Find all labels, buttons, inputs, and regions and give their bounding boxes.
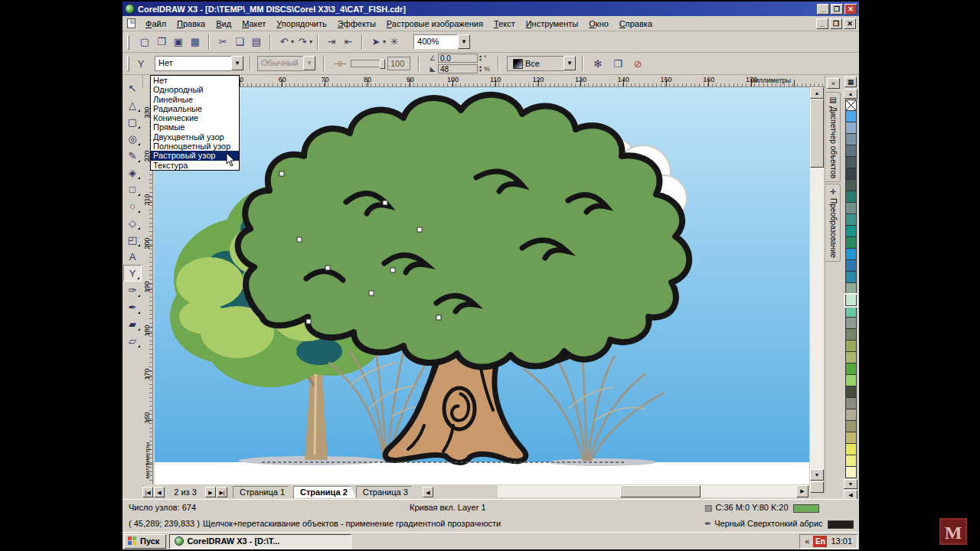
apply-to-arrow-icon[interactable]: ▼ [564,56,576,70]
transparency-midpoint-slider[interactable] [351,60,384,67]
palette-color-#5f7480[interactable] [845,145,857,157]
palette-color-#98d36a[interactable] [845,375,857,386]
apply-to-value[interactable]: Все [525,59,540,68]
propbar-grip[interactable] [127,56,129,71]
paste-button[interactable]: ▤ [248,34,265,51]
palette-color-#66c7a3[interactable] [845,306,857,318]
zoom-level-value[interactable]: 400% [413,34,458,49]
first-page-icon[interactable]: |◀ [142,487,153,497]
palette-color-#49493b[interactable] [845,386,857,398]
horizontal-scroll-thumb[interactable] [620,485,701,497]
transparency-tool[interactable]: Y [123,265,142,282]
menu-инструменты[interactable]: Инструменты [521,17,584,31]
outline-tool[interactable]: ✒ [123,298,142,315]
freeze-transparency-button[interactable]: ✻ [590,55,606,72]
menu-растровые изображения[interactable]: Растровые изображения [381,17,488,31]
menu-текст[interactable]: Текст [488,17,521,31]
redo-button[interactable]: ↷ [294,34,311,51]
angle-field[interactable] [438,54,478,63]
vertical-scroll-thumb[interactable] [810,99,824,168]
palette-color-#2a89a8[interactable] [845,272,857,283]
menu-вид[interactable]: Вид [211,17,237,31]
undo-button[interactable]: ↶ [276,34,292,51]
toolbar-grip[interactable] [127,34,129,50]
palette-color-#efef83[interactable] [845,455,857,467]
docker-collapse-button[interactable]: « [827,78,840,89]
palette-color-#99a95c[interactable] [845,341,857,352]
edge-field[interactable] [438,64,478,73]
smart-fill-tool[interactable]: ◈ [123,164,142,181]
scroll-right-icon[interactable]: ▶ [796,485,808,497]
zoom-level-combo[interactable]: 400% ▼ [413,34,470,49]
menu-правка[interactable]: Правка [172,17,211,31]
print-button[interactable]: ▦ [187,34,204,51]
palette-color-#99996b[interactable] [845,421,857,432]
eyedropper-tool[interactable]: ✑ [123,282,142,298]
palette-color-#7b93a6[interactable] [845,134,857,145]
palette-color-#8c9c8c[interactable] [845,318,857,329]
dropdown-option-2[interactable]: Однородный [151,85,239,94]
tab-scroll-left-icon[interactable]: ◀ [423,487,433,497]
palette-color-#2a7aaf[interactable] [845,260,857,272]
scroll-down-icon[interactable]: ▼ [810,469,824,481]
shape-tool[interactable]: △ [123,96,142,113]
vertical-scrollbar[interactable]: ▲ ▼ [810,87,824,493]
drawing-canvas[interactable] [155,87,809,484]
redo-flyout-arrow-icon[interactable]: ▾ [309,38,312,45]
zoom-tool[interactable]: ◎ [123,130,142,147]
menu-эффекты[interactable]: Эффекты [332,17,381,31]
corel-online-button[interactable]: ✳ [386,34,403,51]
scroll-up-icon[interactable]: ▲ [810,87,824,99]
dropdown-option-7[interactable]: Двухцветный узор [151,132,239,142]
menu-окно[interactable]: Окно [583,17,614,31]
palette-color-#c5e7cf[interactable] [845,295,857,306]
language-indicator[interactable]: En [813,536,827,547]
crop-tool[interactable]: ▢ [123,113,142,130]
restore-button[interactable]: ❐ [831,4,843,15]
transparency-type-combo[interactable]: Нет ▼ [155,56,243,71]
angle-spinners[interactable]: ▲▼ [479,54,482,62]
horizontal-scrollbar[interactable] [498,485,796,497]
polygon-tool[interactable]: ◇ [123,214,142,231]
menu-макет[interactable]: Макет [237,17,271,31]
tray-clock[interactable]: 13:01 [831,536,852,546]
pick-tool[interactable]: ↖ [123,80,142,96]
palette-scroll-up-icon[interactable]: ▲ [844,89,858,99]
palette-color-#76886b[interactable] [845,329,857,341]
zoom-dropdown-arrow-icon[interactable]: ▼ [458,34,470,49]
new-button[interactable]: ▢ [136,34,153,51]
app-launcher-button[interactable]: ➤ [368,34,384,51]
page-tab-2[interactable]: Страница 2 [293,486,356,498]
palette-color-#8fac97[interactable] [845,283,857,295]
dropdown-option-1[interactable]: Нет [151,76,239,85]
horizontal-ruler[interactable]: 5060708090100110120130140150160170 милли… [153,75,825,87]
curve-tool[interactable]: ✎ [123,147,142,164]
midpoint-slider-thumb[interactable] [380,59,385,69]
palette-options-icon[interactable]: ▦ [844,77,857,87]
transparency-type-arrow-icon[interactable]: ▼ [231,56,243,70]
rectangle-tool[interactable]: □ [123,181,142,197]
dropdown-option-4[interactable]: Радиальные [151,104,239,113]
palette-color-#58aa3c[interactable] [845,364,857,375]
dropdown-option-3[interactable]: Линейные [151,95,239,104]
copy-transparency-button[interactable]: ❒ [609,55,626,72]
palette-color-#f7f7c2[interactable] [845,467,857,478]
open-button[interactable]: ❐ [153,34,170,51]
palette-color-#39444a[interactable] [845,168,857,180]
fill-tool[interactable]: ▰ [123,315,142,332]
palette-color-#b1ab97[interactable] [845,409,857,421]
palette-color-#8fb0cc[interactable] [845,122,857,134]
palette-color-#2a8a66[interactable] [845,237,857,249]
menu-упорядочить[interactable]: Упорядочить [271,17,332,31]
document-navigator-button[interactable] [810,481,824,493]
save-button[interactable]: ▣ [170,34,187,51]
dropdown-option-6[interactable]: Прямые [151,122,239,132]
export-button[interactable]: ⇤ [340,34,357,51]
mdi-minimize-button[interactable]: _ [816,18,828,29]
menu-справка[interactable]: Справка [614,17,658,31]
dropdown-option-5[interactable]: Конические [151,113,239,122]
ellipse-tool[interactable]: ○ [123,197,142,214]
palette-color-#aab86d[interactable] [845,352,857,364]
import-button[interactable]: ⇥ [323,34,340,51]
transparency-type-value[interactable]: Нет [155,56,231,71]
